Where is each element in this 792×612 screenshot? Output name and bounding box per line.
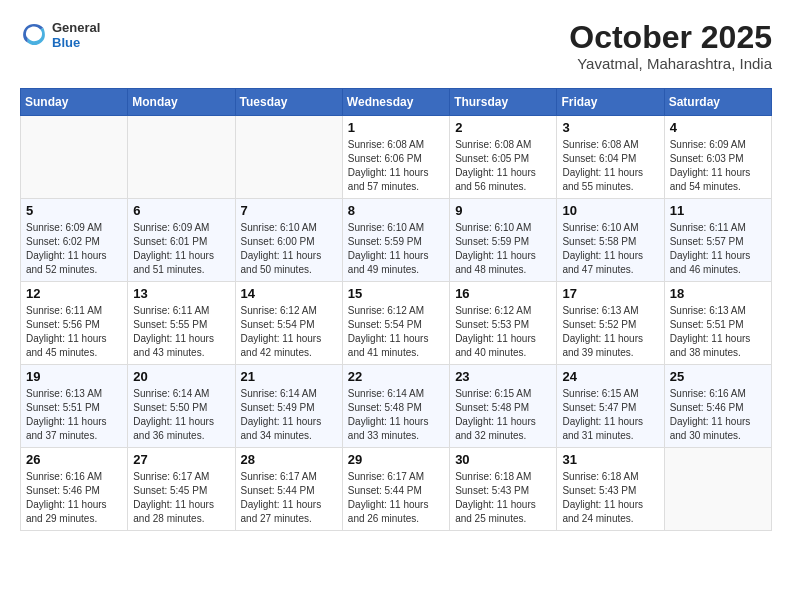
day-cell: 6Sunrise: 6:09 AM Sunset: 6:01 PM Daylig… — [128, 199, 235, 282]
week-row-5: 26Sunrise: 6:16 AM Sunset: 5:46 PM Dayli… — [21, 448, 772, 531]
day-info: Sunrise: 6:14 AM Sunset: 5:50 PM Dayligh… — [133, 387, 229, 443]
day-number: 5 — [26, 203, 122, 218]
day-cell: 4Sunrise: 6:09 AM Sunset: 6:03 PM Daylig… — [664, 116, 771, 199]
day-info: Sunrise: 6:13 AM Sunset: 5:52 PM Dayligh… — [562, 304, 658, 360]
day-cell: 15Sunrise: 6:12 AM Sunset: 5:54 PM Dayli… — [342, 282, 449, 365]
day-cell: 25Sunrise: 6:16 AM Sunset: 5:46 PM Dayli… — [664, 365, 771, 448]
day-cell: 17Sunrise: 6:13 AM Sunset: 5:52 PM Dayli… — [557, 282, 664, 365]
logo-text: General Blue — [52, 20, 100, 50]
day-cell: 8Sunrise: 6:10 AM Sunset: 5:59 PM Daylig… — [342, 199, 449, 282]
day-number: 29 — [348, 452, 444, 467]
day-cell — [664, 448, 771, 531]
day-number: 8 — [348, 203, 444, 218]
day-cell: 18Sunrise: 6:13 AM Sunset: 5:51 PM Dayli… — [664, 282, 771, 365]
location: Yavatmal, Maharashtra, India — [569, 55, 772, 72]
day-info: Sunrise: 6:13 AM Sunset: 5:51 PM Dayligh… — [670, 304, 766, 360]
day-number: 17 — [562, 286, 658, 301]
day-info: Sunrise: 6:14 AM Sunset: 5:49 PM Dayligh… — [241, 387, 337, 443]
day-cell: 13Sunrise: 6:11 AM Sunset: 5:55 PM Dayli… — [128, 282, 235, 365]
logo-general: General — [52, 20, 100, 35]
day-number: 19 — [26, 369, 122, 384]
day-number: 22 — [348, 369, 444, 384]
day-info: Sunrise: 6:09 AM Sunset: 6:01 PM Dayligh… — [133, 221, 229, 277]
day-info: Sunrise: 6:18 AM Sunset: 5:43 PM Dayligh… — [455, 470, 551, 526]
day-number: 31 — [562, 452, 658, 467]
day-number: 13 — [133, 286, 229, 301]
week-row-2: 5Sunrise: 6:09 AM Sunset: 6:02 PM Daylig… — [21, 199, 772, 282]
day-cell: 12Sunrise: 6:11 AM Sunset: 5:56 PM Dayli… — [21, 282, 128, 365]
day-cell — [128, 116, 235, 199]
day-number: 30 — [455, 452, 551, 467]
day-cell: 27Sunrise: 6:17 AM Sunset: 5:45 PM Dayli… — [128, 448, 235, 531]
week-row-3: 12Sunrise: 6:11 AM Sunset: 5:56 PM Dayli… — [21, 282, 772, 365]
day-info: Sunrise: 6:09 AM Sunset: 6:02 PM Dayligh… — [26, 221, 122, 277]
day-info: Sunrise: 6:16 AM Sunset: 5:46 PM Dayligh… — [26, 470, 122, 526]
day-cell: 20Sunrise: 6:14 AM Sunset: 5:50 PM Dayli… — [128, 365, 235, 448]
day-info: Sunrise: 6:11 AM Sunset: 5:57 PM Dayligh… — [670, 221, 766, 277]
day-cell: 26Sunrise: 6:16 AM Sunset: 5:46 PM Dayli… — [21, 448, 128, 531]
day-cell — [21, 116, 128, 199]
day-info: Sunrise: 6:14 AM Sunset: 5:48 PM Dayligh… — [348, 387, 444, 443]
day-info: Sunrise: 6:10 AM Sunset: 5:58 PM Dayligh… — [562, 221, 658, 277]
weekday-header-friday: Friday — [557, 89, 664, 116]
day-number: 18 — [670, 286, 766, 301]
day-info: Sunrise: 6:09 AM Sunset: 6:03 PM Dayligh… — [670, 138, 766, 194]
day-number: 21 — [241, 369, 337, 384]
day-cell: 31Sunrise: 6:18 AM Sunset: 5:43 PM Dayli… — [557, 448, 664, 531]
logo-icon — [20, 21, 48, 49]
day-number: 4 — [670, 120, 766, 135]
day-number: 25 — [670, 369, 766, 384]
day-cell: 19Sunrise: 6:13 AM Sunset: 5:51 PM Dayli… — [21, 365, 128, 448]
page-header: General Blue October 2025 Yavatmal, Maha… — [20, 20, 772, 72]
calendar-table: SundayMondayTuesdayWednesdayThursdayFrid… — [20, 88, 772, 531]
day-number: 2 — [455, 120, 551, 135]
day-info: Sunrise: 6:17 AM Sunset: 5:45 PM Dayligh… — [133, 470, 229, 526]
weekday-header-saturday: Saturday — [664, 89, 771, 116]
day-number: 11 — [670, 203, 766, 218]
day-cell: 24Sunrise: 6:15 AM Sunset: 5:47 PM Dayli… — [557, 365, 664, 448]
day-info: Sunrise: 6:11 AM Sunset: 5:55 PM Dayligh… — [133, 304, 229, 360]
day-number: 23 — [455, 369, 551, 384]
day-cell: 16Sunrise: 6:12 AM Sunset: 5:53 PM Dayli… — [450, 282, 557, 365]
day-cell: 30Sunrise: 6:18 AM Sunset: 5:43 PM Dayli… — [450, 448, 557, 531]
weekday-header-monday: Monday — [128, 89, 235, 116]
month-title: October 2025 — [569, 20, 772, 55]
day-info: Sunrise: 6:16 AM Sunset: 5:46 PM Dayligh… — [670, 387, 766, 443]
day-cell: 14Sunrise: 6:12 AM Sunset: 5:54 PM Dayli… — [235, 282, 342, 365]
day-cell: 21Sunrise: 6:14 AM Sunset: 5:49 PM Dayli… — [235, 365, 342, 448]
day-number: 1 — [348, 120, 444, 135]
day-info: Sunrise: 6:15 AM Sunset: 5:48 PM Dayligh… — [455, 387, 551, 443]
day-cell: 3Sunrise: 6:08 AM Sunset: 6:04 PM Daylig… — [557, 116, 664, 199]
day-number: 15 — [348, 286, 444, 301]
day-info: Sunrise: 6:10 AM Sunset: 6:00 PM Dayligh… — [241, 221, 337, 277]
day-info: Sunrise: 6:11 AM Sunset: 5:56 PM Dayligh… — [26, 304, 122, 360]
day-number: 28 — [241, 452, 337, 467]
title-section: October 2025 Yavatmal, Maharashtra, Indi… — [569, 20, 772, 72]
day-cell: 23Sunrise: 6:15 AM Sunset: 5:48 PM Dayli… — [450, 365, 557, 448]
day-number: 14 — [241, 286, 337, 301]
weekday-header-row: SundayMondayTuesdayWednesdayThursdayFrid… — [21, 89, 772, 116]
day-info: Sunrise: 6:17 AM Sunset: 5:44 PM Dayligh… — [348, 470, 444, 526]
day-number: 3 — [562, 120, 658, 135]
day-cell: 7Sunrise: 6:10 AM Sunset: 6:00 PM Daylig… — [235, 199, 342, 282]
day-number: 9 — [455, 203, 551, 218]
day-cell: 2Sunrise: 6:08 AM Sunset: 6:05 PM Daylig… — [450, 116, 557, 199]
day-cell: 29Sunrise: 6:17 AM Sunset: 5:44 PM Dayli… — [342, 448, 449, 531]
weekday-header-sunday: Sunday — [21, 89, 128, 116]
logo-blue: Blue — [52, 35, 100, 50]
week-row-1: 1Sunrise: 6:08 AM Sunset: 6:06 PM Daylig… — [21, 116, 772, 199]
day-number: 24 — [562, 369, 658, 384]
day-cell: 9Sunrise: 6:10 AM Sunset: 5:59 PM Daylig… — [450, 199, 557, 282]
day-number: 12 — [26, 286, 122, 301]
day-info: Sunrise: 6:10 AM Sunset: 5:59 PM Dayligh… — [348, 221, 444, 277]
weekday-header-tuesday: Tuesday — [235, 89, 342, 116]
day-info: Sunrise: 6:17 AM Sunset: 5:44 PM Dayligh… — [241, 470, 337, 526]
day-cell: 10Sunrise: 6:10 AM Sunset: 5:58 PM Dayli… — [557, 199, 664, 282]
day-info: Sunrise: 6:08 AM Sunset: 6:06 PM Dayligh… — [348, 138, 444, 194]
day-info: Sunrise: 6:08 AM Sunset: 6:04 PM Dayligh… — [562, 138, 658, 194]
day-info: Sunrise: 6:12 AM Sunset: 5:53 PM Dayligh… — [455, 304, 551, 360]
week-row-4: 19Sunrise: 6:13 AM Sunset: 5:51 PM Dayli… — [21, 365, 772, 448]
day-cell — [235, 116, 342, 199]
day-number: 6 — [133, 203, 229, 218]
day-number: 20 — [133, 369, 229, 384]
